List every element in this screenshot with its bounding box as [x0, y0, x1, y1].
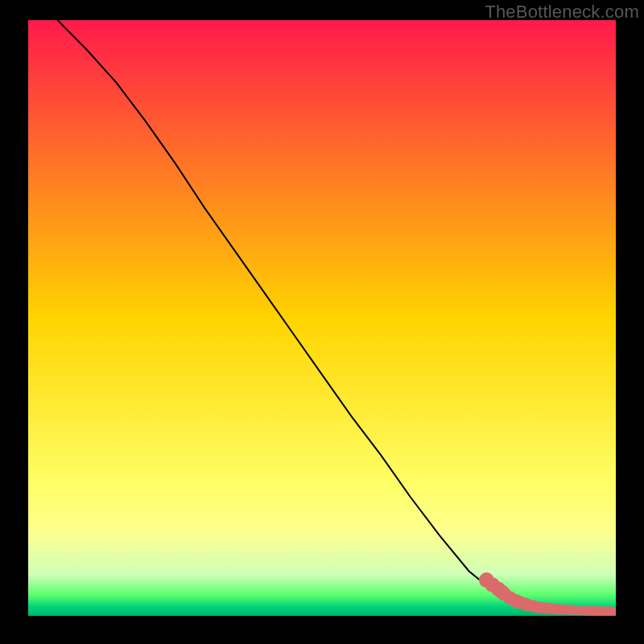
chart-frame: TheBottleneck.com	[0, 0, 644, 644]
plot-svg	[28, 20, 616, 616]
gradient-background	[28, 20, 616, 616]
plot-area	[28, 20, 616, 616]
